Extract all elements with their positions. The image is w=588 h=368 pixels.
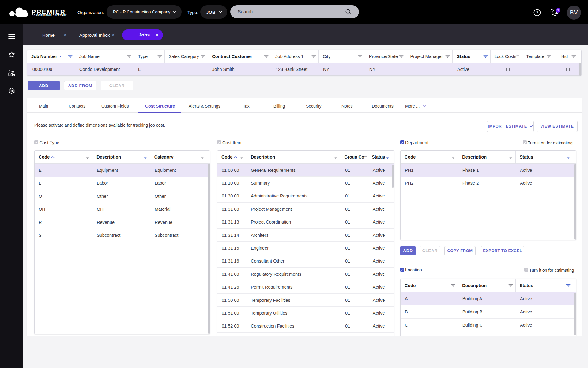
svg-text:?: ? [536, 10, 538, 15]
